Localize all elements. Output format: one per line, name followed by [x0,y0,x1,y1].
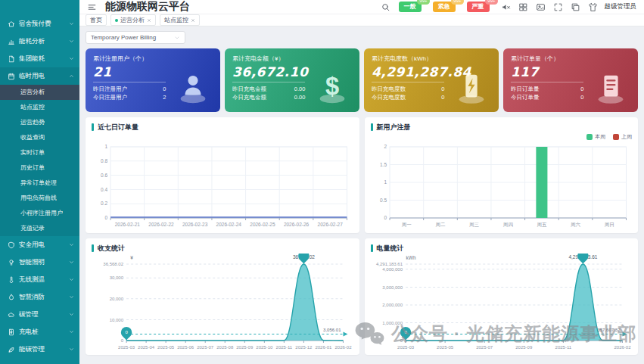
sidebar-subitem[interactable]: 运营趋势 [0,115,79,130]
orders-3d-icon [593,70,628,105]
svg-text:2025-03: 2025-03 [118,345,135,350]
sidebar-item[interactable]: 安全用电 [0,236,79,254]
close-icon[interactable] [191,18,195,23]
sidebar-item[interactable]: 无线测温 [0,271,79,288]
legend-swatch [586,134,593,140]
top-header: 能源物联网云平台 一般99+紧急99+严重99+ 超级管理员 [79,0,644,14]
page-tab[interactable]: 站点监控 [160,14,200,26]
new-users-legend: 本周上周 [371,132,633,141]
page-tab[interactable]: 首页 [86,14,107,26]
sidebar-item[interactable]: 智慧消防 [0,288,79,306]
svg-text:0: 0 [400,338,403,343]
dollar-3d-icon: $ [315,70,350,105]
sidebar-item[interactable]: 智能照明 [0,254,79,271]
svg-text:周日: 周日 [604,222,614,227]
sidebar-item-label: 能耗分析 [19,37,45,46]
theme-icon[interactable] [588,2,598,12]
stat-card: 累计充电金额（¥）36,672.10昨日充电金额0.00今日充电金额0.00$ [225,48,359,112]
svg-text:357,607.32: 357,607.32 [597,328,621,332]
recent-orders-chart: 00.20.40.60.812026-02-212026-02-222026-0… [92,141,353,230]
sidebar-item[interactable]: 集团能耗 [0,50,79,67]
layers-icon[interactable] [571,2,580,12]
sidebar: 宿舍预付费能耗分析集团能耗临时用电运营分析站点监控运营趋势收益查询实时订单历史订… [0,0,79,364]
mute-icon[interactable] [501,2,511,12]
svg-text:0: 0 [104,215,107,220]
active-tab-dot [115,19,118,22]
svg-text:2026-02-27: 2026-02-27 [318,222,344,227]
svg-text:1: 1 [384,179,387,185]
svg-text:2,000,000: 2,000,000 [382,303,403,307]
svg-text:2026-02-21: 2026-02-21 [115,222,141,227]
alarm-tag[interactable]: 一般99+ [399,2,422,12]
tab-label: 首页 [90,16,102,24]
sidebar-item-label: 能碳管理 [19,345,45,354]
svg-text:$: $ [325,73,339,100]
sidebar-subitem[interactable]: 实时订单 [0,145,79,160]
divider [232,82,305,82]
row-label: 昨日充电度数 [372,85,406,93]
sidebar-subitem[interactable]: 收益查询 [0,130,79,145]
svg-text:20,000: 20,000 [110,297,124,301]
sidebar-subitem[interactable]: 小程序注册用户 [0,206,79,221]
row-label: 今日订单量 [511,93,540,101]
chart-icon [8,38,15,45]
calendar-icon [8,73,15,80]
current-user[interactable]: 超级管理员 [605,2,637,11]
svg-text:kWh: kWh [406,255,415,260]
legend-item[interactable]: 上周 [613,133,632,141]
svg-text:0: 0 [384,215,387,220]
home-icon [8,20,15,28]
sidebar-item[interactable]: 宿舍预付费 [0,15,79,33]
sidebar-subitem[interactable]: 异常订单处理 [0,176,79,191]
sidebar-subitem[interactable]: 历史订单 [0,160,79,176]
panel-title-text: 新用户注册 [377,123,411,132]
page-tab[interactable]: 运营分析 [110,14,156,26]
panel-income: 收支统计 010,00020,00030,00036,568.02¥2025-0… [86,238,359,355]
sidebar-subitem[interactable]: 用电负荷曲线 [0,191,79,206]
chevron-down-icon [69,242,74,247]
svg-text:2026-02-22: 2026-02-22 [148,222,174,227]
sidebar-item[interactable]: 能碳管理 [0,341,79,358]
file-icon [8,55,15,63]
alarm-tag[interactable]: 紧急99+ [433,2,456,12]
fullscreen-icon[interactable] [553,2,563,12]
svg-text:0.4: 0.4 [101,187,107,192]
bulb-icon [8,259,15,266]
sidebar-submenu: 运营分析站点监控运营趋势收益查询实时订单历史订单异常订单处理用电负荷曲线小程序注… [0,85,79,236]
svg-text:3,000,000: 3,000,000 [382,285,403,290]
chevron-down-icon [174,35,180,41]
tab-label: 站点监控 [164,16,188,24]
sidebar-subitem[interactable]: 充值记录 [0,221,79,236]
svg-text:2026-02-25: 2026-02-25 [250,222,275,227]
divider [93,82,166,82]
svg-text:2025-07: 2025-07 [476,345,493,350]
svg-text:2: 2 [384,144,387,149]
chevron-down-icon [69,39,74,44]
chevron-down-icon [69,260,74,265]
sidebar-item[interactable]: 能耗分析 [0,33,79,50]
grid-icon[interactable] [518,2,528,12]
chevron-down-icon [69,277,74,282]
stat-card-row: 今日充电金额0.00 [232,93,305,101]
image-icon[interactable] [536,2,546,12]
sidebar-subitem[interactable]: 站点监控 [0,100,79,115]
stat-card-row: 今日注册用户2 [93,93,166,101]
sidebar-item[interactable]: 碳管理 [0,306,79,323]
battery-3d-icon [454,70,489,105]
search-icon[interactable] [381,2,390,12]
svg-text:¥: ¥ [130,255,133,260]
sidebar-item[interactable]: 临时用电 [0,67,79,85]
close-icon[interactable] [147,18,151,23]
menu-toggle-icon[interactable] [87,2,97,12]
alarm-tag[interactable]: 严重99+ [467,2,490,12]
svg-text:2026-02: 2026-02 [614,345,631,350]
row-value: 2 [163,93,166,101]
tab-bar: 首页运营分析站点监控 [79,14,644,26]
chevron-down-icon [69,329,74,334]
chevron-down-icon [69,294,74,300]
svg-text:4,000,000: 4,000,000 [382,267,403,272]
sidebar-item[interactable]: 充电桩 [0,323,79,341]
legend-item[interactable]: 本周 [586,133,605,141]
sidebar-subitem[interactable]: 运营分析 [0,85,79,100]
billing-mode-select[interactable]: Temporary Power Billing [86,31,185,44]
